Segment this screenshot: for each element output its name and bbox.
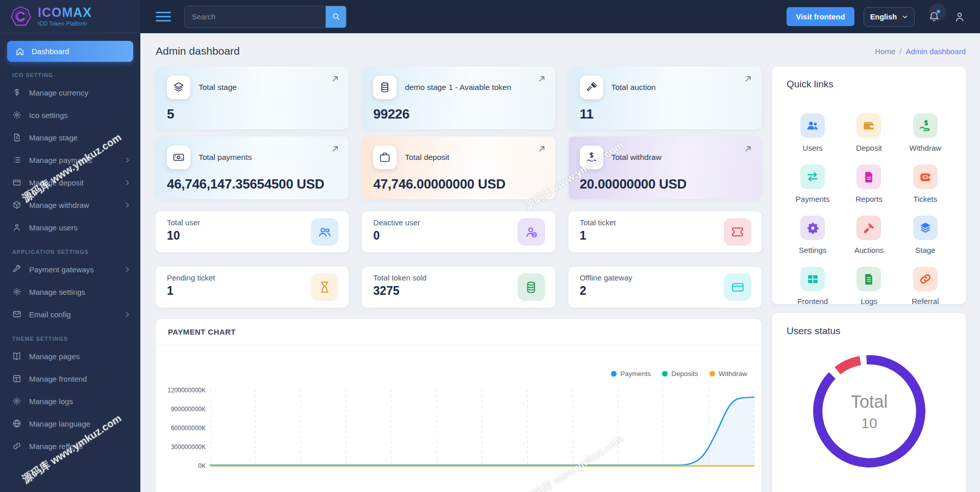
- quick-link-label: Logs: [861, 297, 877, 306]
- globe-icon: [12, 419, 21, 428]
- sidebar-item-manage-stage[interactable]: Manage stage: [0, 126, 140, 149]
- page-title: Admin dashboard: [156, 45, 240, 57]
- stat-value: 47,746.00000000 USD: [373, 176, 544, 192]
- stat-value: 5: [167, 106, 337, 122]
- external-link-arrow-icon[interactable]: [537, 145, 546, 153]
- gear-icon: [12, 287, 21, 296]
- external-link-arrow-icon[interactable]: [744, 145, 752, 153]
- y-tick: 0K: [198, 462, 206, 470]
- brand-logo[interactable]: ICOMAX ICO Token Platform: [0, 0, 140, 33]
- brand-tagline: ICO Token Platform: [38, 20, 92, 27]
- mail-icon: [12, 310, 21, 319]
- sidebar-item-label: Manage pages: [29, 352, 128, 361]
- quick-link-label: Reports: [855, 195, 883, 203]
- external-link-arrow-icon[interactable]: [331, 145, 339, 153]
- quick-link-stage[interactable]: Stage: [897, 216, 953, 254]
- briefcase-icon: [379, 151, 391, 163]
- quick-link-deposit[interactable]: Deposit: [841, 113, 897, 152]
- gear-icon: [806, 222, 819, 235]
- wallet-icon: [862, 119, 875, 132]
- sidebar-section-heading: THEME SETTINGS: [12, 336, 128, 342]
- sidebar-item-label: Manage currency: [29, 88, 128, 97]
- top-navbar: Visit frontend English: [140, 0, 980, 33]
- external-link-arrow-icon[interactable]: [331, 75, 339, 83]
- search-input[interactable]: [185, 6, 326, 28]
- user-profile-icon[interactable]: [953, 11, 966, 23]
- sidebar-item-ico-settings[interactable]: Ico settings: [0, 104, 140, 126]
- sidebar-item-label: Manage payments: [29, 156, 117, 165]
- legend-item-withdraw[interactable]: Withdraw: [709, 370, 747, 378]
- stat-card-total-ticket: Total ticket 1: [569, 212, 762, 252]
- users-icon: [317, 225, 332, 239]
- sidebar-section-heading: APPLICATION SETTINGS: [12, 249, 128, 255]
- quick-link-settings[interactable]: Settings: [785, 216, 841, 254]
- sidebar-item-manage-currency[interactable]: Manage currency: [0, 81, 140, 104]
- menu-toggle-icon[interactable]: [156, 9, 171, 24]
- quick-link-users[interactable]: Users: [785, 113, 841, 152]
- sidebar-item-manage-deposit[interactable]: Manage deposit: [0, 171, 140, 194]
- quick-link-referral[interactable]: Referral: [897, 267, 953, 306]
- sidebar-item-label: Email config: [29, 310, 117, 319]
- payment-chart-title: PAYMENT CHART: [156, 319, 762, 345]
- external-link-arrow-icon[interactable]: [537, 75, 546, 83]
- chevron-right-icon: [124, 157, 129, 162]
- quick-link-frontend[interactable]: Frontend: [785, 267, 841, 306]
- external-link-arrow-icon[interactable]: [744, 75, 752, 83]
- users-status-panel: Users status Total 10: [772, 313, 966, 492]
- legend-item-deposits[interactable]: Deposits: [662, 370, 698, 378]
- visit-frontend-button[interactable]: Visit frontend: [787, 7, 854, 26]
- sidebar-item-manage-payments[interactable]: Manage payments: [0, 149, 140, 171]
- sidebar-item-manage-pages[interactable]: Manage pages: [0, 345, 140, 367]
- sidebar: ICOMAX ICO Token Platform Dashboard ICO …: [0, 0, 140, 492]
- sidebar-item-label: Manage stage: [29, 133, 128, 142]
- sidebar-item-manage-settings[interactable]: Manage settings: [0, 280, 140, 303]
- quick-link-label: Withdraw: [910, 144, 942, 152]
- search-bar: [184, 6, 347, 28]
- quick-link-payments[interactable]: Payments: [785, 165, 841, 203]
- sidebar-item-label: Manage refferal: [29, 442, 128, 451]
- sidebar-item-manage-refferal[interactable]: Manage refferal: [0, 435, 140, 457]
- quick-link-auctions[interactable]: Auctions: [841, 216, 897, 254]
- donut-segment-active: [818, 360, 921, 463]
- hourglass-icon: [318, 280, 331, 294]
- quick-link-withdraw[interactable]: Withdraw: [897, 113, 953, 152]
- sidebar-item-manage-frontend[interactable]: Manage frontend: [0, 367, 140, 390]
- ticket-icon: [730, 225, 745, 239]
- language-select[interactable]: English: [864, 7, 915, 27]
- sidebar-item-label: Manage language: [29, 419, 128, 428]
- stat-card-available-token: demo stage 1 - Avaiable token 99226: [362, 66, 555, 129]
- sidebar-item-label: Ico settings: [29, 111, 128, 120]
- sidebar-item-payment-gateways[interactable]: Payment gateways: [0, 258, 140, 280]
- quick-link-tickets[interactable]: Tickets: [897, 165, 953, 203]
- quick-link-label: Payments: [796, 195, 830, 203]
- quick-link-label: Deposit: [856, 144, 882, 152]
- stat-card-total-payments: Total payments 46,746,147.35654500 USD: [156, 136, 349, 199]
- breadcrumb: Home / Admin dashboard: [875, 47, 966, 56]
- sidebar-item-manage-logs[interactable]: Manage logs: [0, 390, 140, 412]
- stat-label: Total payments: [199, 153, 252, 162]
- chart-legend: Payments Deposits Withdraw: [156, 345, 762, 383]
- breadcrumb-home-link[interactable]: Home: [875, 47, 895, 56]
- ticket-icon: [919, 170, 932, 183]
- sidebar-item-manage-withdraw[interactable]: Manage withdraw: [0, 194, 140, 216]
- legend-label: Deposits: [671, 370, 698, 378]
- legend-item-payments[interactable]: Payments: [611, 370, 651, 378]
- sidebar-item-manage-language[interactable]: Manage language: [0, 412, 140, 435]
- sidebar-section-heading: ICO SETTING: [12, 72, 128, 78]
- sidebar-item-label: Payment gateways: [29, 265, 117, 274]
- notification-dot: [937, 10, 940, 13]
- stat-card-deactive-user: Deactive user 0: [362, 212, 555, 252]
- sidebar-item-manage-users[interactable]: Manage users: [0, 216, 140, 239]
- stat-card-pending-ticket: Pending ticket 1: [156, 267, 349, 308]
- legend-label: Withdraw: [719, 370, 747, 378]
- quick-link-reports[interactable]: Reports: [841, 165, 897, 203]
- stat-value: 99226: [373, 106, 544, 122]
- chevron-down-icon: [902, 14, 908, 20]
- sidebar-item-email-config[interactable]: Email config: [0, 303, 140, 325]
- quick-link-logs[interactable]: Logs: [841, 267, 897, 306]
- notifications-button[interactable]: [924, 7, 944, 27]
- search-button[interactable]: [326, 6, 346, 28]
- sidebar-item-dashboard[interactable]: Dashboard: [7, 41, 133, 62]
- breadcrumb-current: Admin dashboard: [905, 47, 966, 56]
- sidebar-item-label: Manage withdraw: [29, 201, 117, 209]
